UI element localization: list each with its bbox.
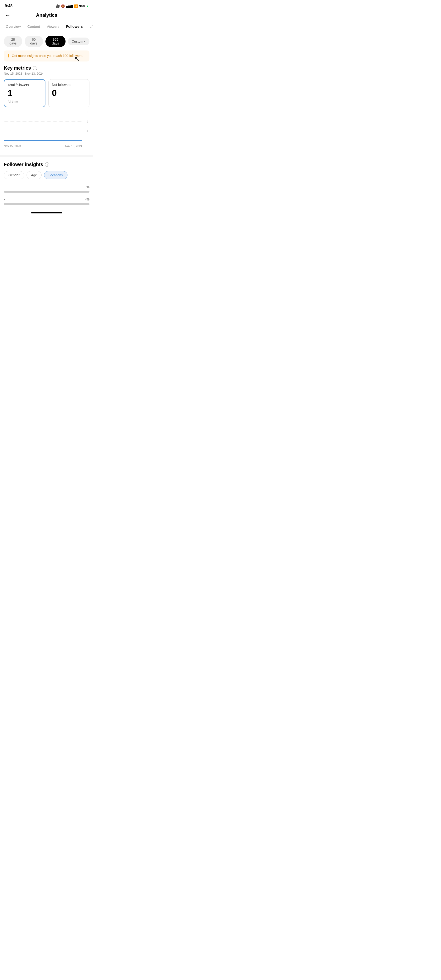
y-label-1: 1 [87, 129, 88, 132]
y-label-3: 3 [87, 111, 88, 113]
tab-live[interactable]: LIVE [86, 21, 93, 32]
status-time: 9:48 [5, 4, 13, 8]
tab-bar: Overview Content Viewers Followers LIVE [0, 21, 93, 32]
battery-dot: ● [87, 4, 89, 8]
video-icon: 🎥 [56, 4, 60, 8]
tab-followers[interactable]: Followers [63, 21, 86, 32]
location-name-2: - [4, 197, 5, 201]
location-pct-2: -% [86, 197, 89, 201]
signal-icon: ▄▅▆ [66, 4, 73, 8]
total-followers-sub: All time [8, 100, 41, 103]
location-row-2: - -% [4, 197, 89, 205]
location-header-1: - -% [4, 185, 89, 189]
date-filter: 28 days 60 days 365 days Custom ▾ [0, 32, 93, 51]
location-bar-1 [4, 191, 89, 192]
net-followers-label: Net followers [52, 83, 86, 87]
metrics-row: Total followers 1 All time Net followers… [4, 79, 89, 107]
chevron-down-icon: ▾ [84, 40, 86, 43]
tab-viewers[interactable]: Viewers [43, 21, 63, 32]
net-followers-card[interactable]: Net followers 0 [48, 79, 89, 107]
date-365days-button[interactable]: 365 days [46, 36, 65, 47]
follower-insights-title: Follower insights i [4, 162, 89, 167]
location-pct-1: -% [86, 185, 89, 189]
main-content: Key metrics i Nov 15, 2023 - Nov 13, 202… [0, 65, 93, 150]
total-followers-card[interactable]: Total followers 1 All time [4, 79, 46, 107]
tab-content[interactable]: Content [24, 21, 43, 32]
chart-end-date: Nov 13, 2024 [65, 145, 82, 148]
follower-insights-section: Follower insights i Gender Age Locations… [0, 155, 93, 215]
location-name-1: - [4, 185, 5, 189]
home-indicator [4, 210, 89, 215]
mute-icon: 🔕 [61, 4, 65, 8]
page-title: Analytics [36, 13, 57, 18]
date-custom-button[interactable]: Custom ▾ [68, 38, 89, 45]
total-followers-label: Total followers [8, 83, 41, 87]
wifi-icon: 📶 [74, 4, 78, 8]
date-28days-button[interactable]: 28 days [4, 36, 22, 47]
back-button[interactable]: ← [5, 12, 11, 19]
follower-chart: 3 2 1 Nov 15, 2023 Nov 13, 2024 [4, 112, 89, 150]
info-icon: ℹ [8, 53, 10, 59]
total-followers-value: 1 [8, 88, 41, 98]
key-metrics-title: Key metrics i [4, 65, 89, 71]
key-metrics-info-icon[interactable]: i [33, 66, 37, 70]
location-row-1: - -% [4, 185, 89, 192]
chart-grid: 3 2 1 [4, 112, 82, 141]
date-range: Nov 15, 2023 - Nov 13, 2024 [4, 72, 89, 75]
tab-overview[interactable]: Overview [2, 21, 24, 32]
info-banner: ℹ Get more insights once you reach 100 f… [4, 51, 89, 62]
insight-tab-gender[interactable]: Gender [4, 171, 24, 179]
insight-tab-locations[interactable]: Locations [44, 171, 67, 179]
follower-insights-info-icon[interactable]: i [45, 162, 49, 167]
custom-label: Custom [72, 40, 83, 43]
chart-start-date: Nov 15, 2023 [4, 145, 21, 148]
insight-tabs: Gender Age Locations [4, 171, 89, 179]
date-60days-button[interactable]: 60 days [25, 36, 43, 47]
net-followers-value: 0 [52, 88, 86, 98]
chart-date-labels: Nov 15, 2023 Nov 13, 2024 [4, 145, 82, 148]
status-icons: 🎥 🔕 ▄▅▆ 📶 96% ● [56, 4, 89, 8]
insight-tab-age[interactable]: Age [27, 171, 41, 179]
header: ← Analytics [0, 11, 93, 21]
battery-icon: 96% [79, 4, 86, 8]
home-bar [31, 212, 62, 213]
chart-data-line [4, 140, 82, 141]
info-banner-text: Get more insights once you reach 100 fol… [12, 54, 82, 58]
status-bar: 9:48 🎥 🔕 ▄▅▆ 📶 96% ● [0, 0, 93, 11]
location-header-2: - -% [4, 197, 89, 201]
y-label-2: 2 [87, 120, 88, 123]
location-bar-2 [4, 203, 89, 205]
